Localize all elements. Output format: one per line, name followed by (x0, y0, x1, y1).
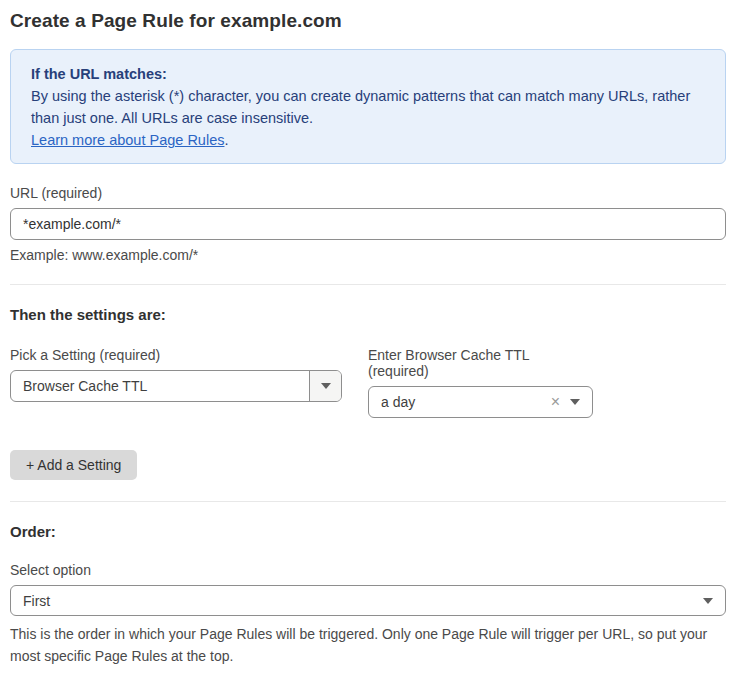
url-match-info-box: If the URL matches: By using the asteris… (10, 49, 726, 164)
page-title: Create a Page Rule for example.com (10, 10, 726, 32)
chevron-down-icon (703, 598, 713, 604)
chevron-down-icon (321, 383, 331, 389)
setting-picker-select[interactable]: Browser Cache TTL (10, 370, 342, 402)
clear-icon[interactable]: × (547, 394, 570, 410)
order-select-label: Select option (10, 562, 726, 578)
ttl-picker-value: a day (369, 394, 547, 410)
order-section-heading: Order: (10, 523, 726, 540)
chevron-down-icon (570, 399, 580, 405)
setting-picker-value: Browser Cache TTL (11, 378, 309, 394)
info-box-body: By using the asterisk (*) character, you… (31, 85, 705, 129)
add-setting-button[interactable]: + Add a Setting (10, 450, 137, 480)
order-select-value: First (11, 593, 703, 609)
settings-section-heading: Then the settings are: (10, 306, 726, 323)
order-select[interactable]: First (10, 585, 726, 616)
ttl-picker-label: Enter Browser Cache TTL (required) (368, 347, 593, 379)
divider (10, 284, 726, 285)
order-caret-wrap (703, 598, 725, 604)
ttl-picker-combobox[interactable]: a day × (368, 386, 593, 418)
url-input[interactable] (10, 208, 726, 240)
setting-picker-label: Pick a Setting (required) (10, 347, 342, 363)
url-field-example: Example: www.example.com/* (10, 247, 726, 263)
ttl-caret-wrap[interactable] (570, 399, 592, 405)
order-help-text: This is the order in which your Page Rul… (10, 623, 726, 667)
setting-picker-arrow-segment[interactable] (309, 371, 341, 401)
url-field-label: URL (required) (10, 185, 726, 201)
learn-more-link[interactable]: Learn more about Page Rules (31, 132, 224, 148)
divider (10, 501, 726, 502)
info-box-heading: If the URL matches: (31, 63, 705, 85)
info-box-link-line: Learn more about Page Rules. (31, 129, 705, 151)
link-suffix: . (224, 132, 228, 148)
